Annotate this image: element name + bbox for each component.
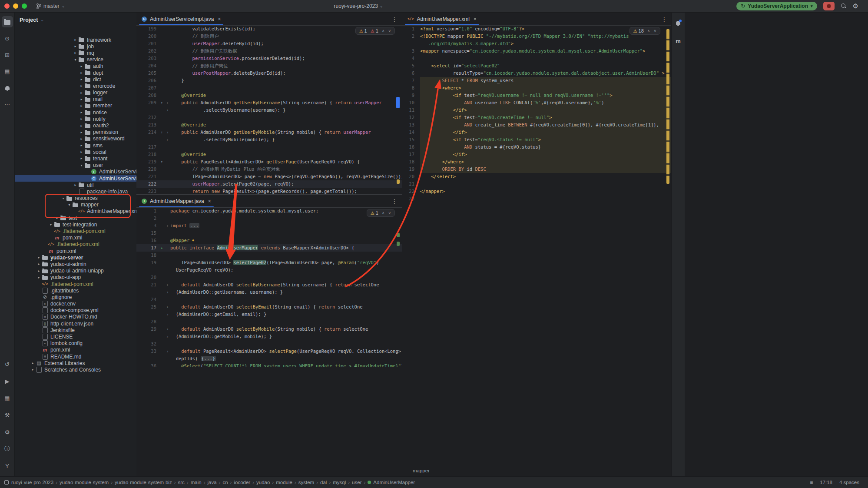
implementations-gutter-icon[interactable]: ↓ — [159, 244, 165, 252]
code-area[interactable]: 199 validateUserExists(id);200 // 删除用户20… — [136, 25, 402, 194]
code-line[interactable]: 204 // 删除用户岗位 — [136, 62, 402, 70]
inspections-widget[interactable]: ⚠1∧ ∨ — [367, 209, 395, 217]
chevron-icon[interactable]: ▸ — [36, 276, 42, 279]
chevron-icon[interactable]: ▸ — [79, 130, 84, 134]
chevron-icon[interactable]: ▾ — [60, 196, 66, 200]
chevron-icon[interactable]: ▸ — [79, 64, 84, 68]
code-line[interactable]: 24 — [136, 296, 402, 303]
close-tab-icon[interactable]: × — [208, 198, 211, 204]
code-line[interactable]: 212 — [136, 114, 402, 121]
chevron-icon[interactable]: ▸ — [79, 84, 84, 88]
close-tab-icon[interactable]: × — [218, 16, 221, 22]
code-line[interactable]: 2 — [136, 215, 402, 222]
code-line[interactable]: 209↑› public AdminUserDO getUserByUserna… — [136, 99, 402, 106]
status-widget-icon[interactable]: ≡ — [810, 479, 813, 485]
tree-item-social[interactable]: ▸social — [14, 149, 136, 155]
code-line[interactable]: UserPageReqVO reqVO); — [136, 266, 402, 274]
chevron-icon[interactable]: ▾ — [73, 58, 78, 62]
services-tool-icon[interactable]: ▦ — [2, 392, 13, 404]
code-line[interactable]: 21 — [402, 180, 672, 188]
prev-problem-icon[interactable]: ∧ — [647, 29, 650, 33]
tree-item--flattened-pom-xml[interactable]: </>.flattened-pom.xml — [14, 281, 136, 287]
fold-gutter-icon[interactable]: › — [165, 106, 170, 114]
code-line[interactable]: 16@Mapper ● — [136, 237, 402, 244]
project-panel-header[interactable]: Project ⌄ — [14, 13, 136, 27]
code-line[interactable]: 3<mapper namespace="cn.iocoder.yudao.mod… — [402, 47, 672, 55]
code-line[interactable]: 5 <select id="selectPage02" — [402, 62, 672, 70]
tree-item-sensitiveword[interactable]: ▸sensitiveword — [14, 136, 136, 142]
maximize-window-icon[interactable] — [22, 3, 27, 9]
tree-item-license[interactable]: LICENSE — [14, 333, 136, 340]
code-line[interactable]: 220 // 必须使用 MyBatis Plus 的分页对象 — [136, 166, 402, 173]
chevron-icon[interactable]: ▸ — [79, 110, 84, 114]
tree-item-adminusermapper-xml[interactable]: </>AdminUserMapper.xml — [14, 208, 136, 215]
tree-item-framework[interactable]: ▸framework — [14, 37, 136, 43]
scrollbar-marker[interactable] — [396, 97, 400, 108]
fold-gutter-icon[interactable]: › — [165, 333, 170, 340]
breadcrumb-item[interactable]: dal — [320, 480, 327, 485]
tab-options-icon[interactable]: ⋮ — [661, 13, 672, 25]
vcs-tool-icon[interactable]: Y — [2, 460, 13, 471]
breadcrumb-item[interactable]: yudao-module-system — [60, 480, 109, 485]
breadcrumb-item[interactable]: AdminUserMapper — [373, 480, 415, 485]
code-line[interactable]: 201 userMapper.deleteById(id); — [136, 40, 402, 47]
code-line[interactable]: 207 — [136, 84, 402, 92]
fold-gutter-icon[interactable]: › — [165, 325, 170, 333]
prev-problem-icon[interactable]: ∧ — [382, 29, 385, 33]
notifications-icon[interactable] — [673, 17, 684, 28]
chevron-icon[interactable]: ▸ — [79, 124, 84, 128]
fold-gutter-icon[interactable]: › — [165, 348, 170, 355]
override-gutter-icon[interactable]: ↑ — [159, 158, 165, 166]
chevron-icon[interactable]: ▸ — [79, 104, 84, 108]
code-line[interactable]: 13 AND create_time BETWEEN #{reqVO.creat… — [402, 121, 672, 129]
rerun-icon[interactable]: ↻ — [741, 3, 745, 9]
code-line[interactable]: 221 IPage<AdminUserDO> page = new Page<>… — [136, 173, 402, 180]
structure-tool-icon[interactable]: ⊞ — [2, 49, 13, 60]
tree-item-mq[interactable]: ▸mq — [14, 50, 136, 56]
code-line[interactable]: deptIds) {...} — [136, 355, 402, 362]
tree-item-scratches-and-consoles[interactable]: ▸Scratches and Consoles — [14, 366, 136, 373]
code-line[interactable]: › .selectByMobile(mobile); } — [136, 136, 402, 143]
settings-gear-icon[interactable]: ⚙ — [853, 2, 858, 10]
code-line[interactable]: 14 </if> — [402, 129, 672, 136]
code-line[interactable]: › (AdminUserDO::getMobile, mobile); } — [136, 333, 402, 340]
code-area[interactable]: 1<?xml version="1.0" encoding="UTF-8"?>2… — [402, 25, 672, 465]
tree-item-jenkinsfile[interactable]: Jenkinsfile — [14, 327, 136, 333]
tab-adminusermapper-xml[interactable]: </> AdminUserMapper.xml × — [402, 13, 482, 25]
database-tool-icon[interactable]: ▤ — [2, 66, 13, 77]
tree-item-errorcode[interactable]: ▸errorcode — [14, 83, 136, 89]
tree-item-mapper[interactable]: ▾mapper — [14, 202, 136, 208]
inspection-badge[interactable]: ⚠1 — [371, 28, 378, 33]
xml-breadcrumb-bar[interactable]: mapper — [402, 465, 672, 477]
code-line[interactable]: 3›import ... — [136, 222, 402, 229]
code-line[interactable]: › .selectByUsername(username); } — [136, 106, 402, 114]
code-line[interactable]: 10 AND username LIKE CONCAT('%',#{reqVO.… — [402, 99, 672, 106]
code-line[interactable]: 213 @Override — [136, 121, 402, 129]
inspections-widget[interactable]: ⚠1⚠1∧ ∨ — [355, 27, 395, 35]
fold-gutter-icon[interactable]: › — [165, 303, 170, 311]
code-line[interactable]: 36 @Select("SELECT COUNT(*) FROM system_… — [136, 362, 402, 367]
tree-item--flattened-pom-xml[interactable]: </>.flattened-pom.xml — [14, 241, 136, 248]
fold-gutter-icon[interactable]: › — [165, 136, 170, 143]
code-line[interactable]: › (AdminUserDO::getEmail, email); } — [136, 311, 402, 318]
code-line[interactable]: 219↑ public PageResult<AdminUserDO> getU… — [136, 158, 402, 166]
breadcrumb-item[interactable]: src — [178, 480, 185, 485]
fold-gutter-icon[interactable]: › — [165, 99, 170, 106]
inspection-badge[interactable]: ⚠1 — [371, 210, 378, 216]
next-problem-icon[interactable]: ∨ — [388, 211, 391, 215]
prev-problem-icon[interactable]: ∧ — [382, 211, 385, 215]
tree-item-dict[interactable]: ▸dict — [14, 76, 136, 83]
chevron-icon[interactable]: ▸ — [30, 368, 36, 372]
tree-item-user[interactable]: ▾user — [14, 162, 136, 169]
breadcrumb-item[interactable]: user — [352, 480, 361, 485]
breadcrumb-item[interactable]: mysql — [333, 480, 346, 485]
code-line[interactable]: 214↑› public AdminUserDO getUserByMobile… — [136, 129, 402, 136]
tree-item-resources[interactable]: ▾resources — [14, 195, 136, 202]
close-tab-icon[interactable]: × — [474, 16, 477, 22]
tree-item-pom-xml[interactable]: mpom.xml — [14, 347, 136, 353]
chevron-icon[interactable]: ▸ — [79, 150, 84, 154]
code-line[interactable]: 29› default AdminUserDO selectByMobile(S… — [136, 325, 402, 333]
notifications-tool-icon[interactable] — [2, 82, 13, 93]
build-tool-icon[interactable]: ⚒ — [2, 409, 13, 421]
code-line[interactable]: 19 IPage<AdminUserDO> selectPage02(IPage… — [136, 259, 402, 266]
